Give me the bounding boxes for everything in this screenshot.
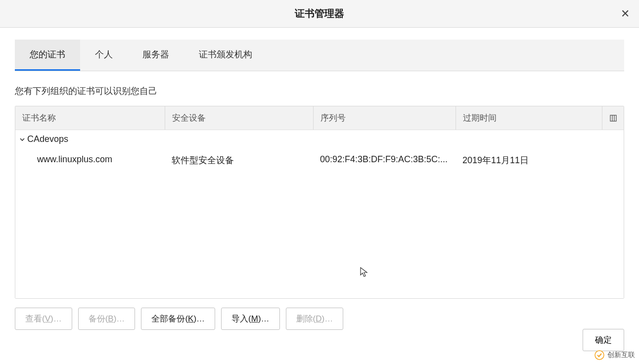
view-button[interactable]: 查看(V)…	[15, 308, 72, 330]
certificates-table: 证书名称 安全设备 序列号 过期时间 CAdevops	[15, 106, 624, 299]
table-group-row[interactable]: CAdevops	[15, 130, 624, 148]
watermark-text: 创新互联	[607, 351, 635, 360]
table-header-row: 证书名称 安全设备 序列号 过期时间	[15, 106, 624, 130]
tab-label: 服务器	[142, 49, 169, 59]
titlebar: 证书管理器 ✕	[0, 0, 639, 28]
tab-authorities[interactable]: 证书颁发机构	[184, 40, 267, 71]
columns-icon	[610, 115, 617, 122]
backup-button[interactable]: 备份(B)…	[78, 308, 136, 330]
ok-button[interactable]: 确定	[583, 329, 624, 351]
tab-your-certificates[interactable]: 您的证书	[15, 40, 80, 71]
tabs-bar: 您的证书 个人 服务器 证书颁发机构	[15, 40, 624, 71]
th-cert-name[interactable]: 证书名称	[15, 106, 165, 130]
backup-all-button[interactable]: 全部备份(K)…	[141, 308, 215, 330]
th-serial-number[interactable]: 序列号	[313, 106, 456, 130]
cell-expiry: 2019年11月11日	[456, 152, 624, 168]
tab-label: 个人	[95, 49, 113, 59]
chevron-down-icon	[18, 136, 26, 143]
watermark-icon	[594, 350, 604, 360]
close-icon[interactable]: ✕	[618, 7, 632, 21]
svg-point-3	[595, 351, 604, 360]
section-subtitle: 您有下列组织的证书可以识别您自己	[15, 85, 624, 97]
content-area: 您的证书 个人 服务器 证书颁发机构 您有下列组织的证书可以识别您自己 证书名称…	[0, 28, 639, 340]
group-name: CAdevops	[27, 134, 68, 144]
svg-rect-0	[610, 115, 616, 121]
delete-button[interactable]: 删除(D)…	[286, 308, 344, 330]
footer: 确定	[583, 329, 624, 351]
watermark: 创新互联	[594, 350, 635, 360]
th-security-device[interactable]: 安全设备	[165, 106, 313, 130]
column-picker-icon[interactable]	[602, 106, 624, 130]
th-expiry[interactable]: 过期时间	[456, 106, 602, 130]
table-body[interactable]: CAdevops www.linuxplus.com 软件型安全设备 00:92…	[15, 130, 624, 298]
tab-personal[interactable]: 个人	[80, 40, 128, 71]
cell-security-device: 软件型安全设备	[165, 152, 313, 168]
tab-label: 您的证书	[30, 49, 65, 59]
tab-label: 证书颁发机构	[199, 49, 252, 59]
dialog-title: 证书管理器	[295, 7, 344, 20]
cell-serial: 00:92:F4:3B:DF:F9:AC:3B:5C:...	[313, 152, 456, 168]
tab-servers[interactable]: 服务器	[128, 40, 184, 71]
action-button-row: 查看(V)… 备份(B)… 全部备份(K)… 导入(M)… 删除(D)…	[15, 308, 624, 330]
import-button[interactable]: 导入(M)…	[221, 308, 280, 330]
table-row[interactable]: www.linuxplus.com 软件型安全设备 00:92:F4:3B:DF…	[15, 148, 624, 172]
certificate-manager-dialog: 证书管理器 ✕ 您的证书 个人 服务器 证书颁发机构 您有下列组织的证书可以识别…	[0, 0, 639, 364]
cell-cert-name: www.linuxplus.com	[15, 152, 165, 168]
